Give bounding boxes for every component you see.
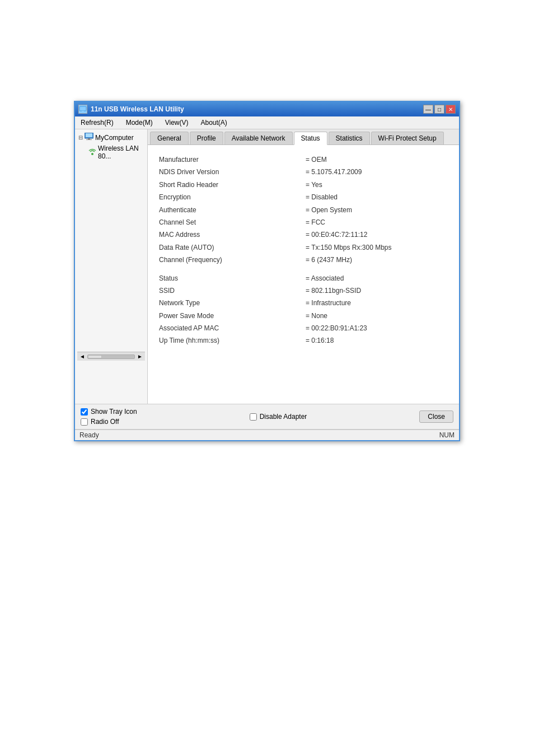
info-separator: [159, 267, 448, 272]
value-data-rate: = Tx:150 Mbps Rx:300 Mbps: [306, 242, 448, 253]
menu-bar: Refresh(R) Mode(M) View(V) About(A): [75, 116, 459, 129]
tree-wireless[interactable]: Wireless LAN 80...: [77, 143, 145, 161]
ready-text: Ready: [79, 431, 99, 439]
title-controls: — □ ✕: [423, 105, 456, 114]
scroll-right-icon[interactable]: ►: [137, 353, 143, 360]
value-power-save: = None: [306, 310, 448, 321]
label-authenticate: Authenticate: [159, 204, 301, 216]
tab-general[interactable]: General: [150, 132, 189, 144]
status-panel: Manufacturer = OEM NDIS Driver Version =…: [148, 145, 459, 404]
svg-rect-6: [86, 139, 92, 140]
bottom-bar: Show Tray Icon Radio Off Disable Adapter…: [75, 404, 459, 429]
label-short-radio: Short Radio Header: [159, 179, 301, 190]
tree-my-computer[interactable]: ⊟ MyComputer: [77, 132, 145, 143]
main-content: ⊟ MyComputer: [75, 129, 459, 404]
tab-available-network[interactable]: Available Network: [224, 132, 293, 144]
radio-off-label: Radio Off: [91, 418, 119, 426]
svg-rect-5: [88, 138, 90, 139]
label-power-save: Power Save Mode: [159, 310, 301, 321]
svg-rect-1: [82, 111, 84, 112]
value-status: = Associated: [306, 273, 448, 284]
label-ssid: SSID: [159, 285, 301, 296]
expand-icon: ⊟: [78, 134, 83, 141]
status-bar: Ready NUM: [75, 429, 459, 440]
svg-rect-0: [79, 106, 86, 111]
tab-statistics[interactable]: Statistics: [329, 132, 370, 144]
label-ap-mac: Associated AP MAC: [159, 323, 301, 334]
menu-refresh[interactable]: Refresh(R): [77, 118, 117, 128]
disable-adapter-label: Disable Adapter: [260, 413, 307, 421]
close-button[interactable]: Close: [419, 410, 453, 423]
value-ndis: = 5.1075.417.2009: [306, 166, 448, 178]
label-data-rate: Data Rate (AUTO): [159, 242, 301, 253]
value-ap-mac: = 00:22:B0:91:A1:23: [306, 323, 448, 334]
value-encryption: = Disabled: [306, 192, 448, 203]
label-status: Status: [159, 273, 301, 284]
label-network-type: Network Type: [159, 297, 301, 309]
sidebar-scrollbar[interactable]: ◄ ►: [77, 352, 145, 361]
window-title: 11n USB Wireless LAN Utility: [91, 105, 184, 113]
label-channel-freq: Channel (Frequency): [159, 254, 301, 265]
tab-wifi-protect[interactable]: Wi-Fi Protect Setup: [371, 132, 444, 144]
show-tray-icon-item: Show Tray Icon: [81, 408, 137, 416]
scroll-left-icon[interactable]: ◄: [79, 353, 85, 360]
svg-point-7: [91, 153, 93, 155]
wireless-label: Wireless LAN 80...: [98, 144, 144, 160]
num-indicator: NUM: [439, 431, 455, 439]
value-channel-freq: = 6 (2437 MHz): [306, 254, 448, 265]
svg-rect-2: [81, 112, 85, 113]
title-bar-left: 11n USB Wireless LAN Utility: [78, 105, 184, 114]
tab-profile[interactable]: Profile: [190, 132, 223, 144]
label-manufacturer: Manufacturer: [159, 154, 301, 165]
tab-bar: General Profile Available Network Status…: [148, 129, 459, 145]
value-manufacturer: = OEM: [306, 154, 448, 165]
menu-mode[interactable]: Mode(M): [123, 118, 156, 128]
label-mac: MAC Address: [159, 229, 301, 240]
title-bar: 11n USB Wireless LAN Utility — □ ✕: [75, 102, 459, 116]
menu-about[interactable]: About(A): [198, 118, 231, 128]
svg-rect-4: [86, 133, 92, 137]
value-short-radio: = Yes: [306, 179, 448, 190]
sidebar: ⊟ MyComputer: [75, 129, 148, 404]
value-uptime: = 0:16:18: [306, 335, 448, 346]
disable-adapter-group: Disable Adapter: [250, 413, 307, 421]
minimize-button[interactable]: —: [423, 105, 433, 114]
value-ssid: = 802.11bgn-SSID: [306, 285, 448, 296]
show-tray-icon-checkbox[interactable]: [81, 408, 88, 416]
value-mac: = 00:E0:4C:72:11:12: [306, 229, 448, 240]
main-window: 11n USB Wireless LAN Utility — □ ✕ Refre…: [74, 101, 460, 441]
tab-status[interactable]: Status: [294, 132, 327, 145]
info-grid: Manufacturer = OEM NDIS Driver Version =…: [159, 154, 448, 347]
bottom-left: Show Tray Icon Radio Off: [81, 408, 137, 426]
computer-icon: [85, 133, 93, 142]
wireless-icon: [88, 148, 96, 157]
value-channel-set: = FCC: [306, 217, 448, 228]
value-network-type: = Infrastructure: [306, 297, 448, 309]
show-tray-icon-label: Show Tray Icon: [91, 408, 137, 416]
label-channel-set: Channel Set: [159, 217, 301, 228]
label-ndis: NDIS Driver Version: [159, 166, 301, 178]
menu-view[interactable]: View(V): [162, 118, 192, 128]
close-title-button[interactable]: ✕: [446, 105, 456, 114]
label-uptime: Up Time (hh:mm:ss): [159, 335, 301, 346]
restore-button[interactable]: □: [434, 105, 444, 114]
disable-adapter-checkbox[interactable]: [250, 413, 257, 421]
my-computer-label: MyComputer: [95, 134, 134, 142]
radio-off-checkbox[interactable]: [81, 418, 88, 426]
label-encryption: Encryption: [159, 192, 301, 203]
value-authenticate: = Open System: [306, 204, 448, 216]
radio-off-item: Radio Off: [81, 418, 137, 426]
app-icon: [78, 105, 87, 114]
content-area: General Profile Available Network Status…: [148, 129, 459, 404]
